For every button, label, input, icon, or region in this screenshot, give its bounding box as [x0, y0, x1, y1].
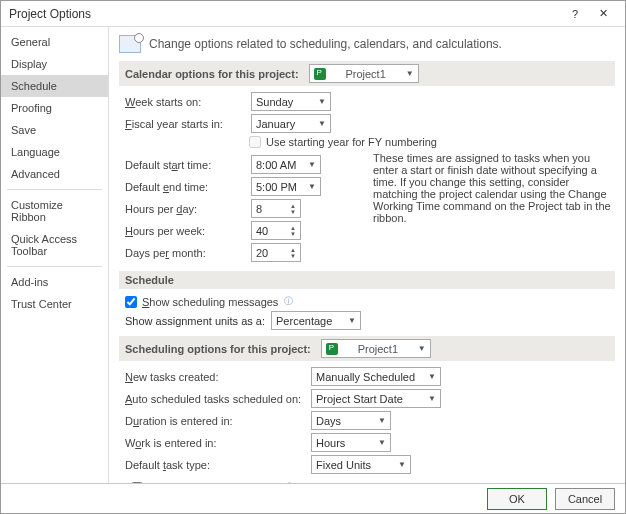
label-new-tasks: New tasks created:	[125, 371, 305, 383]
sidebar-item-general[interactable]: General	[1, 31, 108, 53]
label-task-type: Default task type:	[125, 459, 305, 471]
label-fy-starts: Fiscal year starts in:	[125, 118, 245, 130]
project-icon	[314, 68, 326, 80]
schedule-icon	[119, 35, 141, 53]
chevron-down-icon: ▼	[308, 160, 316, 169]
work-select[interactable]: Hours▼	[311, 433, 391, 452]
sidebar-separator	[7, 189, 102, 190]
label-days-month: Days per month:	[125, 247, 245, 259]
category-sidebar: General Display Schedule Proofing Save L…	[1, 27, 109, 483]
label-default-start: Default start time:	[125, 159, 245, 171]
chevron-down-icon: ▼	[418, 344, 426, 353]
label-work: Work is entered in:	[125, 437, 305, 449]
label-duration: Duration is entered in:	[125, 415, 305, 427]
default-end-select[interactable]: 5:00 PM▼	[251, 177, 321, 196]
window-title: Project Options	[9, 7, 561, 21]
sidebar-item-language[interactable]: Language	[1, 141, 108, 163]
label-hours-day: Hours per day:	[125, 203, 245, 215]
honor-constraint-checkbox[interactable]: Tasks will always honor their constraint…	[382, 481, 600, 483]
effort-driven-checkbox[interactable]: New tasks are effort driven	[131, 482, 279, 484]
page-subtitle: Change options related to scheduling, ca…	[149, 37, 502, 51]
chevron-down-icon: ▼	[378, 438, 386, 447]
sidebar-separator	[7, 266, 102, 267]
label-assignment-units: Show assignment units as a:	[125, 315, 265, 327]
label-hours-week: Hours per week:	[125, 225, 245, 237]
sidebar-item-trust-center[interactable]: Trust Center	[1, 293, 108, 315]
chevron-down-icon: ▼	[406, 69, 414, 78]
options-panel: Change options related to scheduling, ca…	[109, 27, 625, 483]
default-start-select[interactable]: 8:00 AM▼	[251, 155, 321, 174]
assignment-units-select[interactable]: Percentage▼	[271, 311, 361, 330]
duration-select[interactable]: Days▼	[311, 411, 391, 430]
label-auto-sched: Auto scheduled tasks scheduled on:	[125, 393, 305, 405]
chevron-down-icon: ▼	[378, 416, 386, 425]
auto-sched-select[interactable]: Project Start Date▼	[311, 389, 441, 408]
section-calendar-options: Calendar options for this project: Proje…	[119, 61, 615, 86]
time-hint-text: These times are assigned to tasks when y…	[373, 152, 615, 224]
help-button[interactable]: ?	[561, 4, 589, 24]
sidebar-item-customize-ribbon[interactable]: Customize Ribbon	[1, 194, 108, 228]
sched-project-select[interactable]: Project1 ▼	[321, 339, 431, 358]
cancel-button[interactable]: Cancel	[555, 488, 615, 510]
task-type-select[interactable]: Fixed Units▼	[311, 455, 411, 474]
fy-starts-select[interactable]: January▼	[251, 114, 331, 133]
sidebar-item-display[interactable]: Display	[1, 53, 108, 75]
label-default-end: Default end time:	[125, 181, 245, 193]
project-options-dialog: Project Options ? ✕ General Display Sche…	[0, 0, 626, 514]
sidebar-item-qat[interactable]: Quick Access Toolbar	[1, 228, 108, 262]
days-month-spinner[interactable]: 20▲▼	[251, 243, 301, 262]
sidebar-item-advanced[interactable]: Advanced	[1, 163, 108, 185]
section-scheduling-options: Scheduling options for this project: Pro…	[119, 336, 615, 361]
dialog-footer: OK Cancel	[1, 483, 625, 513]
hours-week-spinner[interactable]: 40▲▼	[251, 221, 301, 240]
ok-button[interactable]: OK	[487, 488, 547, 510]
show-scheduling-messages-checkbox[interactable]: Show scheduling messages	[125, 296, 278, 308]
chevron-down-icon: ▼	[428, 372, 436, 381]
new-tasks-select[interactable]: Manually Scheduled▼	[311, 367, 441, 386]
chevron-down-icon: ▼	[398, 460, 406, 469]
sidebar-item-addins[interactable]: Add-ins	[1, 271, 108, 293]
chevron-down-icon: ▼	[318, 97, 326, 106]
sidebar-item-proofing[interactable]: Proofing	[1, 97, 108, 119]
project-icon	[326, 343, 338, 355]
calendar-project-select[interactable]: Project1 ▼	[309, 64, 419, 83]
chevron-down-icon: ▼	[308, 182, 316, 191]
info-icon[interactable]: ⓘ	[285, 481, 294, 483]
sidebar-item-save[interactable]: Save	[1, 119, 108, 141]
titlebar: Project Options ? ✕	[1, 1, 625, 27]
hours-day-spinner[interactable]: 8▲▼	[251, 199, 301, 218]
chevron-down-icon: ▼	[428, 394, 436, 403]
sidebar-item-schedule[interactable]: Schedule	[1, 75, 108, 97]
chevron-down-icon: ▼	[348, 316, 356, 325]
close-button[interactable]: ✕	[589, 4, 617, 24]
label-week-starts: Week starts on:	[125, 96, 245, 108]
week-starts-select[interactable]: Sunday▼	[251, 92, 331, 111]
use-fy-numbering-checkbox: Use starting year for FY numbering	[249, 136, 437, 148]
info-icon[interactable]: ⓘ	[284, 295, 293, 308]
chevron-down-icon: ▼	[318, 119, 326, 128]
section-schedule: Schedule	[119, 271, 615, 289]
